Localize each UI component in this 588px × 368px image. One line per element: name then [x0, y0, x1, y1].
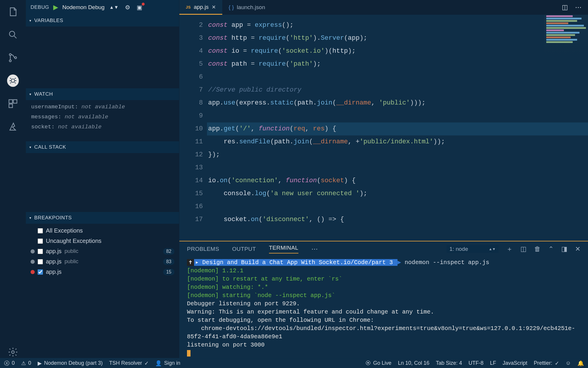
status-prettier[interactable]: Prettier: ✓ — [534, 360, 559, 367]
breakpoints-body: All Exceptions Uncaught Exceptions app.j… — [26, 224, 179, 358]
split-terminal-icon[interactable]: ◫ — [520, 245, 527, 253]
twistie-icon: ▾ — [29, 216, 31, 220]
breakpoint-item[interactable]: app.js 15 — [26, 267, 179, 277]
config-chevron-icon[interactable]: ▲▼ — [109, 5, 119, 10]
status-warnings[interactable]: ⚠0 — [21, 360, 31, 367]
status-bell-icon[interactable]: 🔔 — [577, 360, 584, 367]
panel-tab-output[interactable]: OUTPUT — [232, 246, 256, 252]
minimap[interactable] — [544, 15, 588, 68]
status-tabsize[interactable]: Tab Size: 4 — [436, 360, 462, 366]
breakpoint-item[interactable]: app.js public 83 — [26, 256, 179, 267]
panel-overflow-icon[interactable]: ⋯ — [311, 245, 318, 253]
svg-rect-6 — [13, 100, 17, 103]
breakpoint-dot-icon — [31, 270, 35, 274]
editor-group: JS app.js ✕ { } launch.json ◫ ⋯ 23456789… — [179, 0, 588, 358]
status-cursor[interactable]: Ln 10, Col 16 — [398, 360, 429, 366]
tab-launch-json[interactable]: { } launch.json — [222, 0, 272, 15]
checkbox[interactable] — [38, 249, 43, 254]
svg-point-2 — [9, 60, 11, 62]
panel-tab-terminal[interactable]: TERMINAL — [269, 245, 298, 253]
kill-terminal-icon[interactable]: 🗑 — [534, 245, 541, 253]
debug-console-icon[interactable]: ▣ — [137, 4, 142, 11]
status-errors[interactable]: ⓧ0 — [4, 360, 15, 367]
checkbox[interactable] — [38, 238, 43, 244]
svg-point-8 — [11, 351, 14, 354]
svg-point-3 — [14, 57, 16, 59]
new-terminal-icon[interactable]: ＋ — [506, 245, 513, 253]
settings-gear-icon[interactable] — [7, 346, 19, 358]
close-icon[interactable]: ✕ — [212, 4, 216, 10]
split-editor-icon[interactable]: ◫ — [562, 4, 568, 11]
watch-item[interactable]: socket: not available — [26, 122, 179, 132]
debug-icon[interactable] — [7, 75, 19, 87]
js-file-icon: JS — [186, 5, 191, 9]
json-file-icon: { } — [229, 4, 234, 11]
broadcast-icon: ⦿ — [365, 360, 371, 366]
svg-point-1 — [9, 54, 11, 56]
status-debug[interactable]: ▶Nodemon Debug (part 3) — [38, 360, 103, 367]
svg-rect-7 — [9, 104, 12, 108]
breakpoint-dot-icon — [31, 249, 35, 253]
debug-label: DEBUG — [31, 4, 49, 10]
code-editor[interactable]: 234567891011121314151617 const app = exp… — [179, 15, 588, 241]
start-debug-icon[interactable]: ▶ — [53, 4, 58, 11]
breakpoint-dot-icon — [31, 260, 35, 264]
panel-tabs: PROBLEMS OUTPUT TERMINAL ⋯ 1: node ▲▼ ＋ … — [179, 241, 588, 257]
twistie-icon: ▾ — [29, 92, 31, 96]
status-encoding[interactable]: UTF-8 — [469, 360, 484, 366]
search-icon[interactable] — [7, 29, 19, 41]
files-icon[interactable] — [7, 6, 19, 18]
maximize-panel-icon[interactable]: ◨ — [561, 245, 567, 253]
twistie-icon: ▾ — [29, 145, 31, 149]
code-content[interactable]: const app = express();const http = requi… — [207, 15, 588, 241]
breakpoints-header[interactable]: ▾BREAKPOINTS — [26, 212, 179, 224]
checkbox[interactable] — [38, 228, 43, 233]
debug-toolbar: DEBUG ▶ Nodemon Debug ▲▼ ⚙ ▣ — [26, 0, 179, 15]
watch-header[interactable]: ▾WATCH — [26, 88, 179, 100]
bottom-panel: PROBLEMS OUTPUT TERMINAL ⋯ 1: node ▲▼ ＋ … — [179, 241, 588, 358]
breakpoint-uncaught-exceptions[interactable]: Uncaught Exceptions — [26, 236, 179, 246]
svg-point-0 — [9, 31, 15, 37]
activity-bar — [0, 0, 26, 358]
breakpoint-item[interactable]: app.js public 82 — [26, 246, 179, 256]
callstack-body — [26, 153, 179, 212]
line-gutter[interactable]: 234567891011121314151617 — [179, 15, 207, 241]
tab-bar: JS app.js ✕ { } launch.json ◫ ⋯ — [179, 0, 588, 15]
extensions-icon[interactable] — [7, 98, 19, 110]
error-icon: ⓧ — [4, 360, 9, 367]
status-resolver[interactable]: TSH Resolver ✓ — [109, 360, 149, 367]
terminal-selector[interactable]: 1: node ▲▼ — [447, 245, 499, 253]
status-feedback-icon[interactable]: ☺ — [566, 360, 571, 366]
twistie-icon: ▾ — [29, 19, 31, 23]
debug-sidebar: DEBUG ▶ Nodemon Debug ▲▼ ⚙ ▣ ▾VARIABLES … — [26, 0, 179, 358]
panel-tab-problems[interactable]: PROBLEMS — [187, 246, 219, 252]
variables-header[interactable]: ▾VARIABLES — [26, 15, 179, 26]
tab-app-js[interactable]: JS app.js ✕ — [179, 0, 222, 15]
close-panel-icon[interactable]: ✕ — [575, 245, 580, 253]
breakpoint-all-exceptions[interactable]: All Exceptions — [26, 226, 179, 236]
watch-item[interactable]: usernameInput: not available — [26, 102, 179, 112]
person-icon: 👤 — [155, 360, 162, 367]
status-eol[interactable]: LF — [490, 360, 496, 366]
callstack-header[interactable]: ▾CALL STACK — [26, 141, 179, 153]
play-icon: ▶ — [38, 360, 42, 367]
status-golive[interactable]: ⦿Go Live — [365, 360, 391, 366]
svg-rect-5 — [9, 100, 12, 103]
status-lang[interactable]: JavaScript — [503, 360, 527, 366]
azure-icon[interactable] — [7, 121, 19, 132]
watch-item[interactable]: messages: not available — [26, 112, 179, 122]
gear-icon[interactable]: ⚙ — [125, 4, 130, 11]
source-control-icon[interactable] — [7, 52, 19, 64]
status-signin[interactable]: 👤Sign in — [155, 360, 180, 367]
more-icon[interactable]: ⋯ — [575, 4, 582, 11]
warning-icon: ⚠ — [21, 360, 26, 367]
editor-actions: ◫ ⋯ — [562, 0, 588, 15]
chevron-up-icon[interactable]: ⌃ — [548, 245, 554, 253]
debug-config-selector[interactable]: Nodemon Debug — [62, 4, 105, 11]
svg-point-4 — [11, 79, 15, 82]
watch-body: usernameInput: not available messages: n… — [26, 100, 179, 141]
checkbox[interactable] — [38, 269, 43, 275]
checkbox[interactable] — [38, 259, 43, 264]
variables-body — [26, 26, 179, 88]
terminal-output[interactable]: ✝▸ Design and Build a Chat App With Sock… — [179, 257, 588, 358]
